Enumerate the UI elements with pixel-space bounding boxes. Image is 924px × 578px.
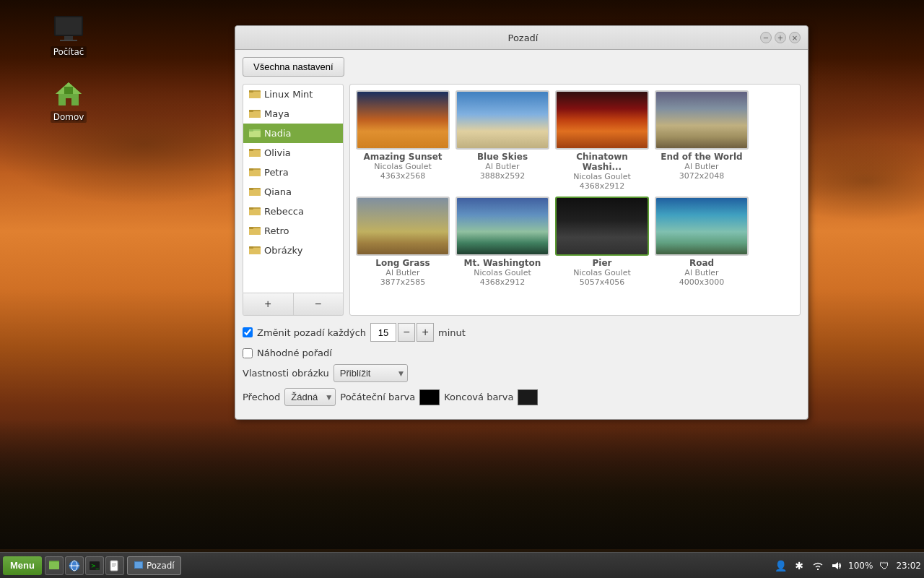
- dialog-title: Pozadí: [286, 33, 760, 43]
- svg-rect-17: [249, 150, 261, 157]
- image-props-select[interactable]: Přiblížit Roztáhnout Vycentrovat Dlaždic…: [334, 364, 408, 382]
- wallpaper-name-amazing-sunset: Amazing Sunset: [356, 152, 450, 162]
- wallpaper-thumb-pier: [555, 197, 649, 256]
- computer-icon-label: Počítač: [51, 46, 87, 58]
- taskbar-files-button[interactable]: [45, 556, 64, 575]
- wallpaper-dims-amazing-sunset: 4363x2568: [356, 171, 450, 181]
- svg-rect-3: [60, 40, 77, 41]
- interval-increase-button[interactable]: +: [417, 323, 434, 342]
- end-color-swatch[interactable]: [518, 389, 538, 405]
- folder-icon-qiana: [249, 186, 261, 198]
- wallpaper-author-amazing-sunset: Nicolas Goulet: [356, 162, 450, 171]
- sidebar-item-qiana[interactable]: Qiana: [243, 182, 343, 202]
- taskbar-bluetooth-icon[interactable]: ✱: [792, 558, 806, 573]
- interval-input[interactable]: [370, 323, 396, 342]
- start-color-label: Počáteční barva: [340, 392, 415, 402]
- wallpaper-author-end-of-world: Al Butler: [655, 162, 749, 171]
- sidebar-list: Linux Mint Maya Nadia Olivia Petra Qiana…: [243, 84, 344, 293]
- wallpaper-name-pier: Pier: [555, 258, 649, 268]
- sidebar-item-rebecca[interactable]: Rebecca: [243, 202, 343, 221]
- image-props-label: Vlastnosti obrázku: [243, 368, 329, 379]
- start-color-swatch[interactable]: [419, 389, 440, 405]
- wallpaper-grid[interactable]: Amazing SunsetNicolas Goulet4363x2568Blu…: [349, 84, 801, 316]
- sidebar-item-petra[interactable]: Petra: [243, 163, 343, 182]
- taskbar-volume-icon[interactable]: [829, 558, 844, 573]
- wallpaper-author-blue-skies: Al Butler: [456, 162, 549, 171]
- transition-select[interactable]: Žádná Fade Slide: [284, 388, 336, 406]
- wallpaper-author-pier: Nicolas Goulet: [555, 268, 649, 277]
- thumb-inner-road: [656, 198, 747, 254]
- all-settings-button[interactable]: Všechna nastavení: [243, 57, 344, 77]
- wallpaper-author-chinatown: Nicolas Goulet: [555, 172, 649, 181]
- sidebar-item-label-obrazky: Obrázky: [264, 245, 302, 256]
- svg-rect-15: [249, 129, 253, 131]
- taskbar-terminal-button[interactable]: >_: [85, 556, 104, 575]
- wallpaper-dims-blue-skies: 3888x2592: [456, 171, 549, 181]
- svg-rect-46: [135, 562, 142, 568]
- sidebar-item-label-linux-mint: Linux Mint: [264, 89, 313, 100]
- wallpaper-item-mt-washington[interactable]: Mt. WashingtonNicolas Goulet4368x2912: [456, 197, 549, 287]
- sidebar-item-maya[interactable]: Maya: [243, 104, 343, 124]
- desktop-icon-computer[interactable]: Počítač: [40, 14, 97, 58]
- minimize-button[interactable]: −: [760, 32, 772, 43]
- taskbar-right: 👤 ✱ 100% 🛡 23:02: [773, 558, 921, 573]
- taskbar-menu-button[interactable]: Menu: [3, 556, 42, 575]
- sidebar-item-linux-mint[interactable]: Linux Mint: [243, 85, 343, 104]
- sidebar-item-nadia[interactable]: Nadia: [243, 124, 343, 143]
- wallpaper-author-road: Al Butler: [655, 268, 749, 277]
- window-controls: − + ×: [760, 32, 801, 43]
- random-order-checkbox[interactable]: [243, 348, 253, 358]
- wallpaper-dims-road: 4000x3000: [655, 277, 749, 287]
- svg-rect-24: [249, 188, 253, 190]
- svg-rect-41: [110, 561, 118, 571]
- taskbar: Menu >_ Pozadí 👤 ✱: [0, 552, 924, 578]
- wallpaper-item-road[interactable]: RoadAl Butler4000x3000: [655, 197, 749, 287]
- desktop-icon-home[interactable]: Domov: [40, 79, 97, 123]
- wallpaper-item-long-grass[interactable]: Long GrassAl Butler3877x2585: [356, 197, 450, 287]
- interval-spinbox: − +: [370, 323, 434, 342]
- svg-rect-23: [249, 189, 261, 196]
- sidebar-item-retro[interactable]: Retro: [243, 221, 343, 241]
- bottom-controls: Změnit pozadí každých − + minut Náhodné …: [243, 323, 801, 406]
- interval-unit-label: minut: [438, 327, 466, 338]
- taskbar-wifi-icon[interactable]: [811, 558, 825, 573]
- sidebar-item-obrazky[interactable]: Obrázky: [243, 241, 343, 260]
- taskbar-app-pozadi[interactable]: Pozadí: [127, 556, 181, 575]
- maximize-button[interactable]: +: [775, 32, 786, 43]
- svg-rect-33: [249, 246, 253, 249]
- svg-marker-47: [832, 562, 838, 569]
- folder-icon-retro: [249, 225, 261, 237]
- wallpaper-thumb-chinatown: [555, 90, 649, 150]
- taskbar-user-icon[interactable]: 👤: [773, 558, 788, 573]
- wallpaper-name-road: Road: [655, 258, 749, 268]
- dialog-window: Pozadí − + × Všechna nastavení Linux Min…: [235, 25, 808, 420]
- sidebar-remove-button[interactable]: −: [294, 293, 344, 315]
- wallpaper-item-pier[interactable]: PierNicolas Goulet5057x4056: [555, 197, 649, 287]
- sidebar-item-olivia[interactable]: Olivia: [243, 143, 343, 163]
- sidebar-add-button[interactable]: +: [243, 293, 294, 315]
- wallpaper-dims-pier: 5057x4056: [555, 277, 649, 287]
- wallpaper-item-end-of-world[interactable]: End of the WorldAl Butler3072x2048: [655, 90, 749, 191]
- wallpaper-thumb-road: [655, 197, 749, 256]
- taskbar-editor-button[interactable]: [105, 556, 124, 575]
- taskbar-shield-icon[interactable]: 🛡: [877, 558, 892, 573]
- wallpaper-item-amazing-sunset[interactable]: Amazing SunsetNicolas Goulet4363x2568: [356, 90, 450, 191]
- folder-icon-maya: [249, 108, 261, 120]
- sidebar-item-label-retro: Retro: [264, 225, 289, 236]
- folder-icon-petra: [249, 166, 261, 178]
- change-wallpaper-checkbox[interactable]: [243, 327, 253, 337]
- transition-select-wrap: Žádná Fade Slide: [284, 388, 336, 406]
- thumb-inner-long-grass: [357, 198, 448, 254]
- taskbar-browser-button[interactable]: [65, 556, 84, 575]
- thumb-inner-pier: [557, 198, 648, 254]
- home-icon-label: Domov: [51, 111, 87, 123]
- wallpaper-item-chinatown[interactable]: Chinatown Washi...Nicolas Goulet4368x291…: [555, 90, 649, 191]
- wallpaper-name-end-of-world: End of the World: [655, 152, 749, 162]
- svg-rect-20: [249, 170, 261, 176]
- interval-decrease-button[interactable]: −: [398, 323, 415, 342]
- folder-icon-linux-mint: [249, 88, 261, 100]
- close-button[interactable]: ×: [789, 32, 801, 43]
- wallpaper-item-blue-skies[interactable]: Blue SkiesAl Butler3888x2592: [456, 90, 549, 191]
- wallpaper-dims-end-of-world: 3072x2048: [655, 171, 749, 181]
- wallpaper-thumb-amazing-sunset: [356, 90, 450, 150]
